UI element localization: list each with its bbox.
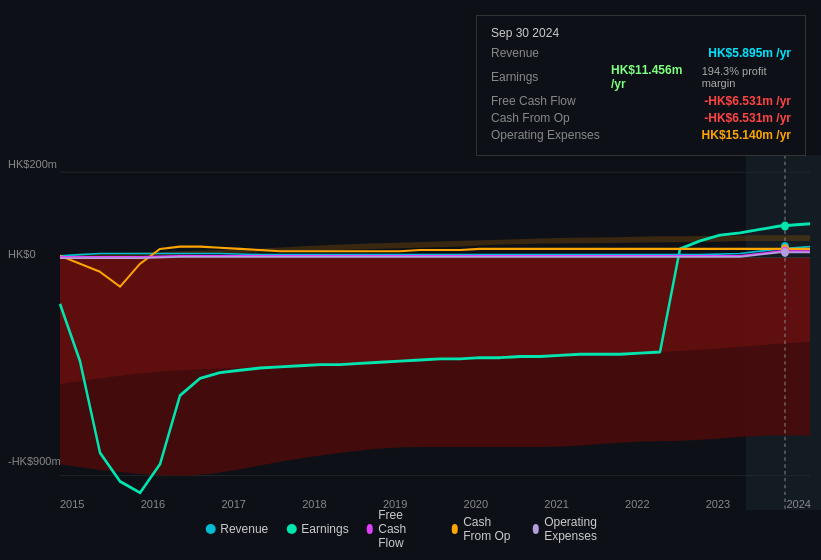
legend-revenue: Revenue [205, 522, 268, 536]
tooltip-value-fcf: -HK$6.531m /yr [704, 94, 791, 108]
x-label-2024: 2024 [786, 498, 810, 510]
tooltip-label-cashfromop: Cash From Op [491, 111, 611, 125]
legend-cashfromop: Cash From Op [452, 515, 515, 543]
tooltip-label-fcf: Free Cash Flow [491, 94, 611, 108]
tooltip-margin: 194.3% profit margin [702, 65, 791, 89]
tooltip-row-opex: Operating Expenses HK$15.140m /yr [491, 128, 791, 142]
legend-label-cashfromop: Cash From Op [463, 515, 514, 543]
tooltip-row-cashfromop: Cash From Op -HK$6.531m /yr [491, 111, 791, 125]
legend-dot-earnings [286, 524, 296, 534]
tooltip-row-revenue: Revenue HK$5.895m /yr [491, 46, 791, 60]
legend-dot-cashfromop [452, 524, 459, 534]
tooltip-row-earnings: Earnings HK$11.456m /yr 194.3% profit ma… [491, 63, 791, 91]
legend-label-earnings: Earnings [301, 522, 348, 536]
legend-earnings: Earnings [286, 522, 348, 536]
tooltip-label-revenue: Revenue [491, 46, 611, 60]
tooltip-row-fcf: Free Cash Flow -HK$6.531m /yr [491, 94, 791, 108]
chart-svg [0, 155, 821, 510]
tooltip-date: Sep 30 2024 [491, 26, 791, 40]
chart-area [0, 155, 821, 510]
tooltip-value-cashfromop: -HK$6.531m /yr [704, 111, 791, 125]
legend-label-opex: Operating Expenses [544, 515, 616, 543]
tooltip-value-revenue: HK$5.895m /yr [708, 46, 791, 60]
tooltip-label-opex: Operating Expenses [491, 128, 611, 142]
tooltip-label-earnings: Earnings [491, 70, 611, 84]
tooltip-panel: Sep 30 2024 Revenue HK$5.895m /yr Earnin… [476, 15, 806, 156]
svg-point-5 [781, 221, 789, 230]
legend-label-fcf: Free Cash Flow [378, 508, 433, 550]
x-label-2023: 2023 [706, 498, 730, 510]
legend-opex: Operating Expenses [533, 515, 616, 543]
chart-legend: Revenue Earnings Free Cash Flow Cash Fro… [205, 508, 616, 550]
legend-dot-fcf [367, 524, 374, 534]
x-label-2022: 2022 [625, 498, 649, 510]
svg-point-9 [781, 248, 789, 257]
x-label-2016: 2016 [141, 498, 165, 510]
x-label-2015: 2015 [60, 498, 84, 510]
legend-fcf: Free Cash Flow [367, 508, 434, 550]
tooltip-value-earnings: HK$11.456m /yr [611, 63, 690, 91]
tooltip-value-opex: HK$15.140m /yr [702, 128, 791, 142]
legend-dot-revenue [205, 524, 215, 534]
legend-dot-opex [533, 524, 540, 534]
legend-label-revenue: Revenue [220, 522, 268, 536]
